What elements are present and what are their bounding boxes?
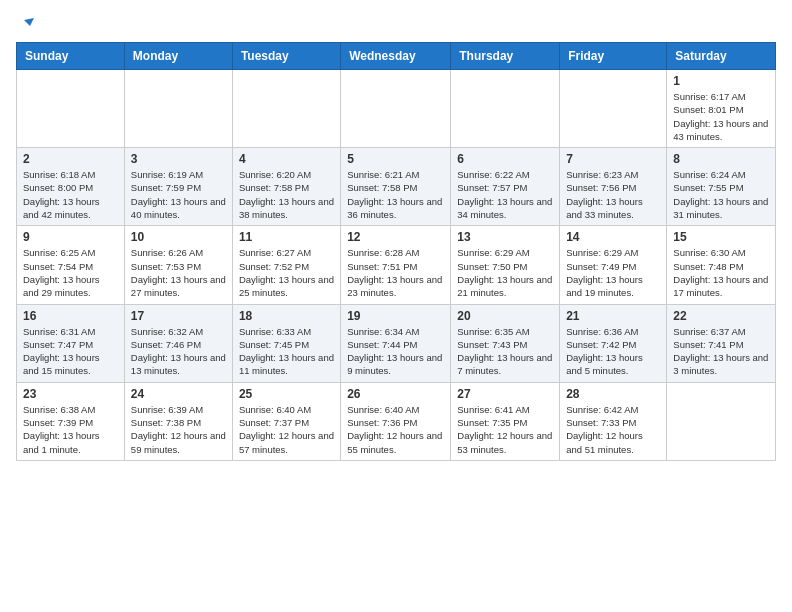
column-header-saturday: Saturday	[667, 43, 776, 70]
day-number: 20	[457, 309, 553, 323]
day-number: 21	[566, 309, 660, 323]
day-number: 9	[23, 230, 118, 244]
week-row-4: 16Sunrise: 6:31 AM Sunset: 7:47 PM Dayli…	[17, 304, 776, 382]
day-info: Sunrise: 6:29 AM Sunset: 7:49 PM Dayligh…	[566, 246, 660, 299]
svg-marker-0	[24, 18, 34, 26]
day-info: Sunrise: 6:25 AM Sunset: 7:54 PM Dayligh…	[23, 246, 118, 299]
day-info: Sunrise: 6:39 AM Sunset: 7:38 PM Dayligh…	[131, 403, 226, 456]
day-number: 11	[239, 230, 334, 244]
calendar-cell: 15Sunrise: 6:30 AM Sunset: 7:48 PM Dayli…	[667, 226, 776, 304]
day-info: Sunrise: 6:27 AM Sunset: 7:52 PM Dayligh…	[239, 246, 334, 299]
calendar-cell	[341, 70, 451, 148]
calendar-cell: 18Sunrise: 6:33 AM Sunset: 7:45 PM Dayli…	[232, 304, 340, 382]
day-info: Sunrise: 6:37 AM Sunset: 7:41 PM Dayligh…	[673, 325, 769, 378]
day-number: 18	[239, 309, 334, 323]
calendar-cell: 27Sunrise: 6:41 AM Sunset: 7:35 PM Dayli…	[451, 382, 560, 460]
day-number: 19	[347, 309, 444, 323]
calendar-cell: 22Sunrise: 6:37 AM Sunset: 7:41 PM Dayli…	[667, 304, 776, 382]
day-number: 4	[239, 152, 334, 166]
day-number: 28	[566, 387, 660, 401]
day-info: Sunrise: 6:30 AM Sunset: 7:48 PM Dayligh…	[673, 246, 769, 299]
week-row-1: 1Sunrise: 6:17 AM Sunset: 8:01 PM Daylig…	[17, 70, 776, 148]
week-row-3: 9Sunrise: 6:25 AM Sunset: 7:54 PM Daylig…	[17, 226, 776, 304]
day-info: Sunrise: 6:18 AM Sunset: 8:00 PM Dayligh…	[23, 168, 118, 221]
day-info: Sunrise: 6:31 AM Sunset: 7:47 PM Dayligh…	[23, 325, 118, 378]
day-number: 24	[131, 387, 226, 401]
day-number: 6	[457, 152, 553, 166]
day-number: 10	[131, 230, 226, 244]
day-info: Sunrise: 6:28 AM Sunset: 7:51 PM Dayligh…	[347, 246, 444, 299]
calendar-cell: 21Sunrise: 6:36 AM Sunset: 7:42 PM Dayli…	[560, 304, 667, 382]
calendar-cell	[667, 382, 776, 460]
calendar-cell: 14Sunrise: 6:29 AM Sunset: 7:49 PM Dayli…	[560, 226, 667, 304]
day-info: Sunrise: 6:36 AM Sunset: 7:42 PM Dayligh…	[566, 325, 660, 378]
calendar-table: SundayMondayTuesdayWednesdayThursdayFrid…	[16, 42, 776, 461]
day-info: Sunrise: 6:23 AM Sunset: 7:56 PM Dayligh…	[566, 168, 660, 221]
calendar-cell: 20Sunrise: 6:35 AM Sunset: 7:43 PM Dayli…	[451, 304, 560, 382]
column-header-monday: Monday	[124, 43, 232, 70]
column-header-wednesday: Wednesday	[341, 43, 451, 70]
calendar-cell: 11Sunrise: 6:27 AM Sunset: 7:52 PM Dayli…	[232, 226, 340, 304]
calendar-cell: 12Sunrise: 6:28 AM Sunset: 7:51 PM Dayli…	[341, 226, 451, 304]
day-number: 16	[23, 309, 118, 323]
column-header-sunday: Sunday	[17, 43, 125, 70]
calendar-cell: 13Sunrise: 6:29 AM Sunset: 7:50 PM Dayli…	[451, 226, 560, 304]
calendar-cell	[17, 70, 125, 148]
calendar-cell: 26Sunrise: 6:40 AM Sunset: 7:36 PM Dayli…	[341, 382, 451, 460]
day-info: Sunrise: 6:40 AM Sunset: 7:37 PM Dayligh…	[239, 403, 334, 456]
day-number: 26	[347, 387, 444, 401]
calendar-cell: 9Sunrise: 6:25 AM Sunset: 7:54 PM Daylig…	[17, 226, 125, 304]
logo-bird-icon	[16, 16, 34, 34]
day-info: Sunrise: 6:33 AM Sunset: 7:45 PM Dayligh…	[239, 325, 334, 378]
day-number: 22	[673, 309, 769, 323]
day-info: Sunrise: 6:38 AM Sunset: 7:39 PM Dayligh…	[23, 403, 118, 456]
calendar-cell: 24Sunrise: 6:39 AM Sunset: 7:38 PM Dayli…	[124, 382, 232, 460]
calendar-cell: 2Sunrise: 6:18 AM Sunset: 8:00 PM Daylig…	[17, 148, 125, 226]
day-info: Sunrise: 6:26 AM Sunset: 7:53 PM Dayligh…	[131, 246, 226, 299]
column-header-thursday: Thursday	[451, 43, 560, 70]
day-number: 12	[347, 230, 444, 244]
day-number: 15	[673, 230, 769, 244]
calendar-cell: 7Sunrise: 6:23 AM Sunset: 7:56 PM Daylig…	[560, 148, 667, 226]
day-info: Sunrise: 6:32 AM Sunset: 7:46 PM Dayligh…	[131, 325, 226, 378]
header-row: SundayMondayTuesdayWednesdayThursdayFrid…	[17, 43, 776, 70]
day-number: 13	[457, 230, 553, 244]
day-info: Sunrise: 6:41 AM Sunset: 7:35 PM Dayligh…	[457, 403, 553, 456]
day-info: Sunrise: 6:34 AM Sunset: 7:44 PM Dayligh…	[347, 325, 444, 378]
calendar-cell: 19Sunrise: 6:34 AM Sunset: 7:44 PM Dayli…	[341, 304, 451, 382]
calendar-cell: 17Sunrise: 6:32 AM Sunset: 7:46 PM Dayli…	[124, 304, 232, 382]
week-row-5: 23Sunrise: 6:38 AM Sunset: 7:39 PM Dayli…	[17, 382, 776, 460]
day-info: Sunrise: 6:20 AM Sunset: 7:58 PM Dayligh…	[239, 168, 334, 221]
calendar-cell: 25Sunrise: 6:40 AM Sunset: 7:37 PM Dayli…	[232, 382, 340, 460]
day-number: 3	[131, 152, 226, 166]
day-info: Sunrise: 6:24 AM Sunset: 7:55 PM Dayligh…	[673, 168, 769, 221]
day-info: Sunrise: 6:42 AM Sunset: 7:33 PM Dayligh…	[566, 403, 660, 456]
calendar-cell: 16Sunrise: 6:31 AM Sunset: 7:47 PM Dayli…	[17, 304, 125, 382]
day-info: Sunrise: 6:21 AM Sunset: 7:58 PM Dayligh…	[347, 168, 444, 221]
day-number: 25	[239, 387, 334, 401]
day-info: Sunrise: 6:35 AM Sunset: 7:43 PM Dayligh…	[457, 325, 553, 378]
calendar-cell: 6Sunrise: 6:22 AM Sunset: 7:57 PM Daylig…	[451, 148, 560, 226]
day-number: 27	[457, 387, 553, 401]
day-number: 7	[566, 152, 660, 166]
calendar-cell	[232, 70, 340, 148]
day-number: 14	[566, 230, 660, 244]
calendar-cell: 4Sunrise: 6:20 AM Sunset: 7:58 PM Daylig…	[232, 148, 340, 226]
header	[16, 16, 776, 30]
day-number: 23	[23, 387, 118, 401]
day-info: Sunrise: 6:29 AM Sunset: 7:50 PM Dayligh…	[457, 246, 553, 299]
calendar-cell: 28Sunrise: 6:42 AM Sunset: 7:33 PM Dayli…	[560, 382, 667, 460]
day-info: Sunrise: 6:22 AM Sunset: 7:57 PM Dayligh…	[457, 168, 553, 221]
calendar-cell: 10Sunrise: 6:26 AM Sunset: 7:53 PM Dayli…	[124, 226, 232, 304]
day-number: 5	[347, 152, 444, 166]
column-header-tuesday: Tuesday	[232, 43, 340, 70]
day-number: 17	[131, 309, 226, 323]
day-info: Sunrise: 6:19 AM Sunset: 7:59 PM Dayligh…	[131, 168, 226, 221]
calendar-cell: 5Sunrise: 6:21 AM Sunset: 7:58 PM Daylig…	[341, 148, 451, 226]
column-header-friday: Friday	[560, 43, 667, 70]
day-number: 2	[23, 152, 118, 166]
calendar-cell	[451, 70, 560, 148]
day-number: 8	[673, 152, 769, 166]
calendar-cell	[560, 70, 667, 148]
calendar-cell: 23Sunrise: 6:38 AM Sunset: 7:39 PM Dayli…	[17, 382, 125, 460]
